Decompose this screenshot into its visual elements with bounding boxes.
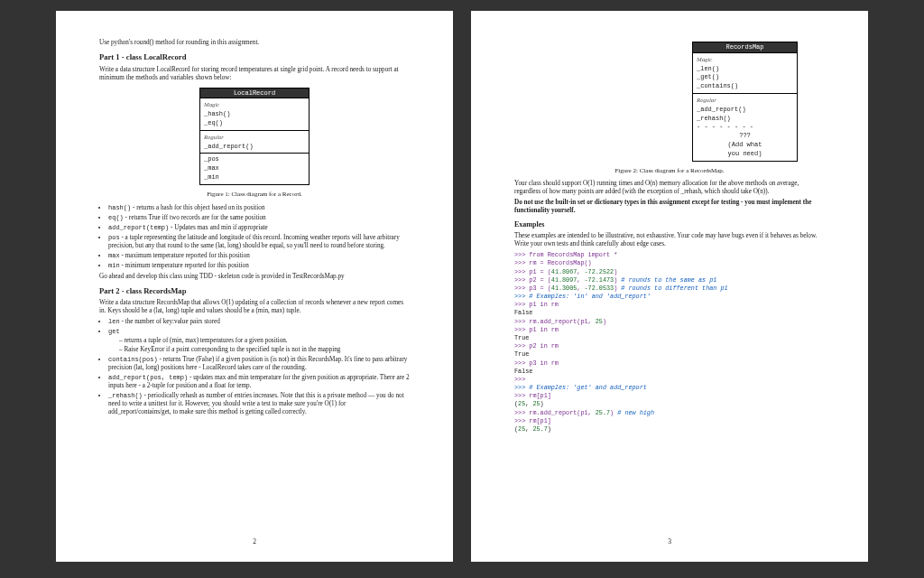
classbox-header: RecordsMap [693,42,797,53]
page-right: RecordsMap Magic _len() _get() _contains… [471,11,868,562]
regular-label: Regular [204,134,224,140]
bullets-part1: hash() - returns a hash for this object … [108,204,410,270]
regular-method: _add_report() [204,143,254,150]
intro-text: Use python's round() method for rounding… [99,39,410,47]
complexity-para: Your class should support O(1) running t… [514,180,825,196]
magic-method: _hash() [204,110,230,117]
examples-heading: Examples [514,220,825,229]
example-code-block: >>> from RecordsMap import * >>> rm = Re… [514,251,825,434]
figure1-caption: Figure 1: Class diagram for a Record. [99,191,410,199]
magic-label: Magic [204,101,219,107]
no-dict-para: Do not use the built-in set or dictionar… [514,199,825,215]
part1-heading: Part 1 - class LocalRecord [99,52,410,62]
page-number: 3 [471,537,868,545]
classbox-header: LocalRecord [200,89,309,99]
examples-intro: These examples are intended to be illust… [514,232,825,248]
figure2-caption: Figure 2: Class diagram for a RecordsMap… [514,167,825,175]
localrecord-classbox: LocalRecord Magic _hash() _eq() Regular … [199,88,310,185]
part2-heading: Part 2 - class RecordsMap [99,286,410,296]
part2-desc: Write a data structure RecordsMap that a… [99,299,410,315]
magic-method: _eq() [204,119,223,126]
page-number: 2 [56,537,453,545]
recordsmap-classbox: RecordsMap Magic _len() _get() _contains… [692,42,798,162]
page-left: Use python's round() method for rounding… [56,11,453,562]
tdd-note: Go ahead and develop this class using TD… [99,273,410,281]
bullets-part2: len - the number of key:value pairs stor… [108,318,410,416]
var: _min [204,173,219,181]
part1-desc: Write a data structure LocalRecord for s… [99,66,410,82]
var: _pos [204,155,219,163]
var: _max [204,164,219,172]
